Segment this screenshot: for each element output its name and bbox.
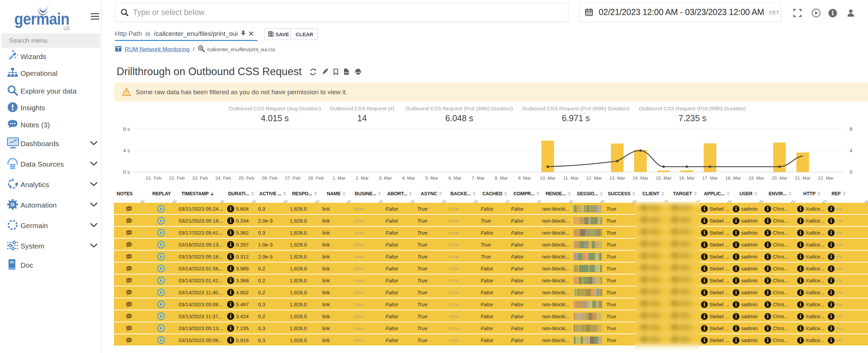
svg-text:4: 4	[850, 147, 852, 153]
svg-text:15. Mar: 15. Mar	[656, 175, 672, 181]
svg-text:14. Mar: 14. Mar	[633, 175, 648, 181]
svg-text:3. Mar: 3. Mar	[379, 175, 392, 181]
svg-text:6. Mar: 6. Mar	[448, 175, 462, 181]
svg-text:12. Mar: 12. Mar	[586, 175, 602, 181]
svg-text:1. Mar: 1. Mar	[332, 175, 346, 181]
svg-text:19. Mar: 19. Mar	[749, 175, 764, 181]
svg-text:23. Feb: 23. Feb	[192, 175, 208, 181]
svg-text:0 s: 0 s	[123, 169, 130, 175]
svg-text:13. Mar: 13. Mar	[610, 175, 625, 181]
svg-text:2. Mar: 2. Mar	[356, 175, 369, 181]
svg-text:5. Mar: 5. Mar	[425, 175, 438, 181]
svg-text:9. Mar: 9. Mar	[518, 175, 531, 181]
svg-text:16. Mar: 16. Mar	[679, 175, 695, 181]
svg-text:28. Feb: 28. Feb	[308, 175, 324, 181]
svg-text:20. Mar: 20. Mar	[772, 175, 788, 181]
svg-text:0: 0	[850, 169, 852, 175]
svg-text:22. Mar: 22. Mar	[818, 175, 834, 181]
svg-text:8. Mar: 8. Mar	[495, 175, 508, 181]
svg-text:18. Mar: 18. Mar	[725, 175, 741, 181]
svg-text:21. Mar: 21. Mar	[795, 175, 811, 181]
svg-text:CSV: CSV	[344, 72, 348, 74]
svg-text:8: 8	[850, 126, 852, 132]
svg-text:24. Feb: 24. Feb	[215, 175, 231, 181]
svg-text:25. Feb: 25. Feb	[239, 175, 254, 181]
svg-text:10. Mar: 10. Mar	[540, 175, 556, 181]
svg-text:4. Mar: 4. Mar	[402, 175, 415, 181]
svg-text:17. Mar: 17. Mar	[702, 175, 718, 181]
svg-text:26. Feb: 26. Feb	[262, 175, 278, 181]
svg-text:8 s: 8 s	[123, 126, 130, 132]
svg-text:4 s: 4 s	[123, 147, 130, 153]
svg-text:21. Feb: 21. Feb	[146, 175, 162, 181]
svg-text:7. Mar: 7. Mar	[472, 175, 485, 181]
svg-text:22. Feb: 22. Feb	[169, 175, 185, 181]
svg-text:11. Mar: 11. Mar	[563, 175, 579, 181]
svg-text:27. Feb: 27. Feb	[285, 175, 301, 181]
